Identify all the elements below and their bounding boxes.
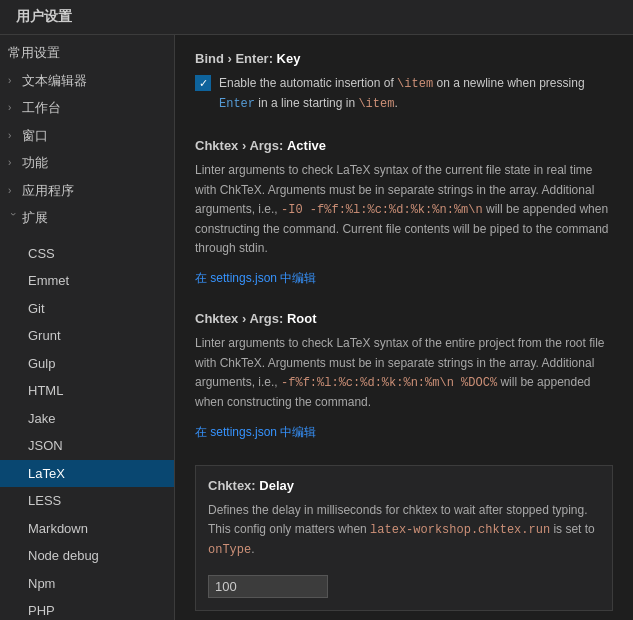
sidebar-label: 应用程序 [22,181,74,201]
sidebar-extensions-section: CSS Emmet Git Grunt Gulp HTML Jake JSON … [0,236,174,621]
sidebar-label: 文本编辑器 [22,71,87,91]
checkbox-label: Enable the automatic insertion of \item … [219,74,613,114]
sidebar-item-latex[interactable]: LaTeX [0,460,174,488]
sidebar-item-gulp[interactable]: Gulp [0,350,174,378]
sidebar-item-text-editor[interactable]: › 文本编辑器 [0,67,174,95]
setting-chktex-delay: Chktex: Delay Defines the delay in milli… [195,465,613,611]
code-args-root: -f%f:%l:%c:%d:%k:%n:%m\n %DOC% [281,376,497,390]
code-item: \item [397,77,433,91]
code-chktex-run: latex-workshop.chktex.run [370,523,550,537]
sidebar-item-jake[interactable]: Jake [0,405,174,433]
settings-content: Bind › Enter: Key ✓ Enable the automatic… [175,35,633,620]
code-args-active: -I0 -f%f:%l:%c:%d:%k:%n:%m\n [281,203,483,217]
arrow-icon: › [8,155,18,170]
code-enter: Enter [219,97,255,111]
sidebar-top-section: 常用设置 › 文本编辑器 › 工作台 › 窗口 › 功能 › 应用程序 [0,35,174,236]
code-on-type: onType [208,543,251,557]
arrow-icon: › [6,213,21,223]
sidebar-item-workspace[interactable]: › 工作台 [0,94,174,122]
sidebar-label: 窗口 [22,126,48,146]
sidebar-item-common[interactable]: 常用设置 [0,39,174,67]
sidebar-item-extensions[interactable]: › 扩展 [0,204,174,232]
arrow-icon: › [8,183,18,198]
sidebar-label: 工作台 [22,98,61,118]
edit-link-chktex-root[interactable]: 在 settings.json 中编辑 [195,424,316,441]
checkmark-icon: ✓ [199,78,208,89]
setting-bind-enter-key: Bind › Enter: Key ✓ Enable the automatic… [195,51,613,114]
sidebar-item-json[interactable]: JSON [0,432,174,460]
setting-title-bind: Bind › Enter: Key [195,51,613,66]
setting-desc-chktex-delay: Defines the delay in milliseconds for ch… [208,501,600,561]
setting-desc-chktex-active: Linter arguments to check LaTeX syntax o… [195,161,613,258]
sidebar-item-git[interactable]: Git [0,295,174,323]
arrow-icon: › [8,100,18,115]
setting-chktex-args-active: Chktex › Args: Active Linter arguments t… [195,138,613,287]
sidebar-item-grunt[interactable]: Grunt [0,322,174,350]
sidebar-item-less[interactable]: LESS [0,487,174,515]
checkbox-bind-enter[interactable]: ✓ [195,75,211,91]
sidebar-item-window[interactable]: › 窗口 [0,122,174,150]
setting-title-chktex-active: Chktex › Args: Active [195,138,613,153]
sidebar-item-apps[interactable]: › 应用程序 [0,177,174,205]
arrow-icon: › [8,73,18,88]
sidebar-item-emmet[interactable]: Emmet [0,267,174,295]
sidebar-item-html[interactable]: HTML [0,377,174,405]
sidebar-label: 常用设置 [8,43,60,63]
code-item2: \item [358,97,394,111]
sidebar-item-css[interactable]: CSS [0,240,174,268]
sidebar-item-features[interactable]: › 功能 [0,149,174,177]
delay-input[interactable] [208,575,328,598]
sidebar-label: 扩展 [22,208,48,228]
checkbox-row: ✓ Enable the automatic insertion of \ite… [195,74,613,114]
page-title: 用户设置 [0,0,633,35]
sidebar-item-php[interactable]: PHP [0,597,174,620]
sidebar-item-markdown[interactable]: Markdown [0,515,174,543]
setting-title-chktex-root: Chktex › Args: Root [195,311,613,326]
setting-title-chktex-delay: Chktex: Delay [208,478,600,493]
sidebar-label: 功能 [22,153,48,173]
sidebar-item-npm[interactable]: Npm [0,570,174,598]
setting-chktex-args-root: Chktex › Args: Root Linter arguments to … [195,311,613,441]
sidebar-item-node-debug[interactable]: Node debug [0,542,174,570]
sidebar: 常用设置 › 文本编辑器 › 工作台 › 窗口 › 功能 › 应用程序 [0,35,175,620]
setting-desc-chktex-root: Linter arguments to check LaTeX syntax o… [195,334,613,412]
edit-link-chktex-active[interactable]: 在 settings.json 中编辑 [195,270,316,287]
arrow-icon: › [8,128,18,143]
header-title: 用户设置 [16,8,72,24]
